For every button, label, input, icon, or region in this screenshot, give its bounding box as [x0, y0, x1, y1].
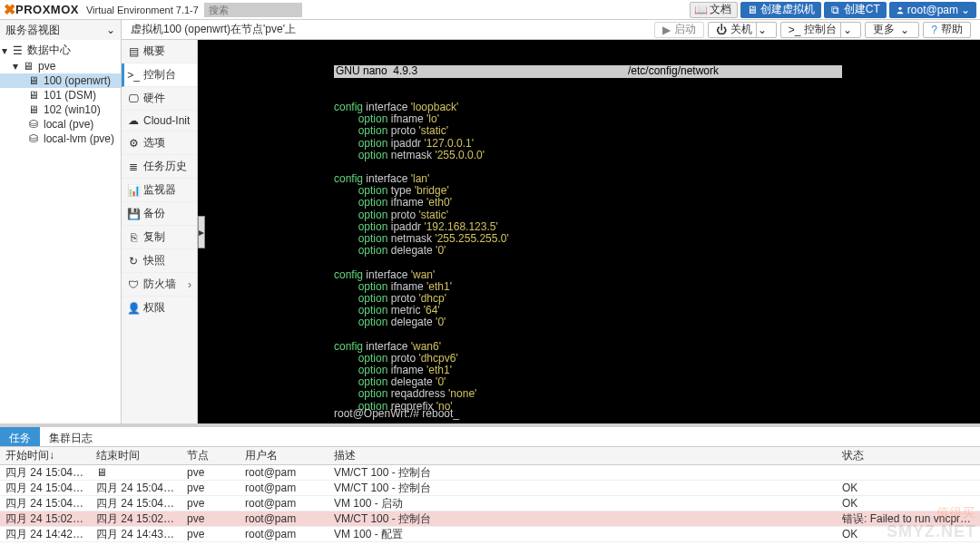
col-end[interactable]: 结束时间	[91, 448, 181, 463]
sidemenu-item[interactable]: >_控制台	[122, 63, 197, 87]
col-status[interactable]: 状态	[837, 448, 980, 463]
node-icon: 🖥	[22, 60, 34, 73]
table-row[interactable]: 四月 24 15:04:30四月 24 15:04:31pveroot@pamV…	[0, 496, 980, 511]
vm-icon: 🖥	[27, 74, 40, 87]
search-container	[204, 3, 302, 17]
expand-icon: ▾	[2, 44, 7, 57]
tree-item[interactable]: ⛁local (pve)	[0, 117, 121, 131]
sidemenu-item[interactable]: 🛡防火墙›	[122, 273, 197, 297]
resource-tree[interactable]: ▾☰数据中心▾🖥pve🖥100 (openwrt)🖥101 (DSM)🖥102 …	[0, 40, 122, 423]
sidemenu-item[interactable]: 📊监视器	[122, 179, 197, 202]
vm-sidemenu[interactable]: ▤概要>_控制台🖵硬件☁Cloud-Init⚙选项≣任务历史📊监视器💾备份⎘复制…	[122, 40, 198, 423]
user-menu-button[interactable]: root@pam ⌄	[889, 2, 976, 18]
user-label: root@pam	[907, 4, 958, 16]
sidemenu-item[interactable]: 💾备份	[122, 202, 197, 226]
table-row[interactable]: 四月 24 15:02:23四月 24 15:02:27pveroot@pamV…	[0, 511, 980, 527]
search-input[interactable]	[204, 3, 302, 17]
col-desc[interactable]: 描述	[328, 448, 837, 463]
chevron-right-icon: ›	[188, 278, 191, 291]
sidemenu-label: 监视器	[143, 182, 176, 198]
cell-user: root@pam	[240, 528, 328, 540]
create-vm-button[interactable]: 🖥创建虚拟机	[740, 2, 821, 18]
content-area: ▸ GNU nano 4.9.3 /etc/config/network con…	[198, 40, 980, 423]
cell-status: OK	[837, 482, 980, 494]
cell-node: pve	[181, 512, 240, 525]
create-ct-button[interactable]: ⧉创建CT	[824, 2, 887, 18]
table-row[interactable]: 四月 24 14:42:59四月 24 14:43:00pveroot@pamV…	[0, 527, 980, 542]
table-row[interactable]: 四月 24 15:04:31🖥pveroot@pamVM/CT 100 - 控制…	[0, 465, 980, 481]
sidemenu-label: 任务历史	[143, 159, 187, 174]
sidemenu-label: 概要	[143, 44, 165, 59]
tree-item[interactable]: 🖥102 (win10)	[0, 102, 121, 117]
sidemenu-label: 备份	[143, 206, 165, 221]
power-icon: ⏻	[716, 24, 727, 36]
console-button[interactable]: >_控制台⌄	[780, 22, 862, 38]
chevron-down-icon: ⌄	[961, 4, 970, 16]
sidemenu-item[interactable]: ⚙选项	[122, 131, 197, 155]
list-icon: ≣	[127, 161, 140, 173]
cell-node: pve	[181, 482, 240, 494]
more-button[interactable]: 更多⌄	[865, 22, 919, 38]
tree-item[interactable]: ▾🖥pve	[0, 59, 121, 73]
create-vm-label: 创建虚拟机	[760, 2, 815, 17]
view-selector[interactable]: 服务器视图 ⌄	[0, 20, 122, 40]
docs-button[interactable]: 📖文档	[690, 2, 738, 18]
tab-cluster-log[interactable]: 集群日志	[40, 427, 102, 446]
breadcrumb: 虚拟机100 (openwrt)在节点'pve'上	[131, 22, 296, 37]
user-icon	[896, 5, 905, 15]
task-grid-header: 开始时间↓ 结束时间 节点 用户名 描述 状态	[0, 447, 980, 465]
collapse-handle[interactable]: ▸	[198, 216, 205, 248]
tree-item-label: 100 (openwrt)	[44, 74, 111, 87]
tree-item-label: pve	[38, 60, 55, 73]
tab-tasks[interactable]: 任务	[0, 427, 40, 446]
tree-item-label: 数据中心	[27, 43, 71, 58]
svg-point-0	[898, 6, 901, 9]
chevron-down-icon[interactable]: ⌄	[756, 23, 769, 37]
cell-desc: VM 100 - 配置	[328, 527, 837, 542]
tree-item[interactable]: ▾☰数据中心	[0, 42, 121, 59]
cell-node: pve	[181, 528, 240, 540]
tree-item[interactable]: 🖥100 (openwrt)	[0, 73, 121, 88]
storage-icon: ⛁	[27, 132, 40, 145]
sidemenu-item[interactable]: ≣任务历史	[122, 155, 197, 179]
sidemenu-item[interactable]: 🖵硬件	[122, 87, 197, 111]
col-start[interactable]: 开始时间↓	[0, 448, 91, 463]
col-node[interactable]: 节点	[181, 448, 240, 463]
cell-start: 四月 24 14:42:59	[0, 527, 91, 542]
sidemenu-item[interactable]: ↻快照	[122, 249, 197, 273]
sidemenu-label: 选项	[143, 135, 165, 151]
nano-header: GNU nano 4.9.3 /etc/config/network	[334, 65, 842, 77]
view-row: 服务器视图 ⌄ 虚拟机100 (openwrt)在节点'pve'上 ▶启动 ⏻关…	[0, 20, 980, 40]
start-button[interactable]: ▶启动	[654, 22, 704, 38]
cell-node: pve	[181, 497, 240, 510]
logo: ✖ PROXMOX	[4, 1, 79, 18]
chevron-down-icon[interactable]: ⌄	[840, 23, 853, 37]
sidemenu-label: Cloud-Init	[143, 114, 190, 127]
cell-start: 四月 24 15:04:31	[0, 481, 91, 496]
tree-item[interactable]: 🖥101 (DSM)	[0, 88, 121, 102]
more-label: 更多	[873, 22, 895, 37]
help-button[interactable]: ?帮助	[923, 22, 971, 38]
tree-item[interactable]: ⛁local-lvm (pve)	[0, 131, 121, 146]
cell-node: pve	[181, 466, 240, 479]
sidemenu-label: 硬件	[143, 91, 165, 106]
col-user[interactable]: 用户名	[240, 448, 328, 463]
monitor-icon: 🖵	[127, 92, 140, 105]
cell-start: 四月 24 15:02:23	[0, 511, 91, 527]
help-icon: ?	[931, 24, 937, 36]
sidemenu-item[interactable]: 👤权限	[122, 297, 197, 319]
sidemenu-label: 权限	[143, 300, 165, 316]
sidemenu-item[interactable]: ▤概要	[122, 40, 197, 63]
sidemenu-item[interactable]: ⎘复制	[122, 226, 197, 249]
copy-icon: ⎘	[127, 231, 140, 244]
help-label: 帮助	[941, 22, 963, 37]
cell-start: 四月 24 15:04:31	[0, 465, 91, 481]
cell-user: root@pam	[240, 482, 328, 494]
shutdown-button[interactable]: ⏻关机⌄	[708, 22, 777, 38]
table-row[interactable]: 四月 24 15:04:31四月 24 15:04:32pveroot@pamV…	[0, 481, 980, 496]
create-ct-label: 创建CT	[844, 2, 880, 17]
sidemenu-item[interactable]: ☁Cloud-Init	[122, 111, 197, 131]
cell-user: root@pam	[240, 512, 328, 525]
task-grid[interactable]: 开始时间↓ 结束时间 节点 用户名 描述 状态 四月 24 15:04:31🖥p…	[0, 447, 980, 545]
vm-console[interactable]: GNU nano 4.9.3 /etc/config/network confi…	[198, 40, 980, 423]
